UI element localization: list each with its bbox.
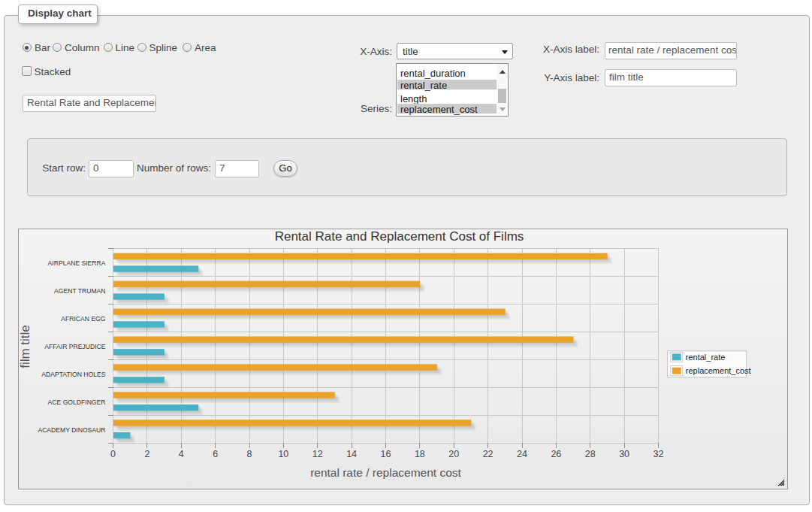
svg-text:22: 22 bbox=[483, 449, 494, 459]
svg-text:8: 8 bbox=[247, 449, 252, 459]
svg-text:rental rate / replacement cost: rental rate / replacement cost bbox=[310, 466, 461, 479]
svg-text:18: 18 bbox=[415, 449, 425, 459]
svg-text:16: 16 bbox=[381, 449, 391, 459]
svg-text:20: 20 bbox=[448, 449, 459, 459]
svg-text:ADAPTATION HOLES: ADAPTATION HOLES bbox=[41, 371, 105, 378]
svg-text:AFFAIR PREJUDICE: AFFAIR PREJUDICE bbox=[44, 343, 105, 350]
svg-text:ACADEMY DINOSAUR: ACADEMY DINOSAUR bbox=[38, 426, 105, 434]
svg-text:AFRICAN EGG: AFRICAN EGG bbox=[61, 315, 106, 323]
svg-text:24: 24 bbox=[517, 449, 527, 459]
svg-text:10: 10 bbox=[278, 449, 288, 459]
svg-text:26: 26 bbox=[551, 449, 561, 459]
svg-text:rental_rate: rental_rate bbox=[686, 353, 726, 362]
svg-text:12: 12 bbox=[312, 449, 323, 459]
svg-text:28: 28 bbox=[585, 449, 596, 459]
svg-text:Rental Rate and Replacement Co: Rental Rate and Replacement Cost of Film… bbox=[275, 229, 524, 244]
svg-text:replacement_cost: replacement_cost bbox=[686, 366, 751, 375]
svg-text:6: 6 bbox=[213, 449, 218, 459]
svg-text:AIRPLANE SIERRA: AIRPLANE SIERRA bbox=[48, 259, 106, 267]
svg-text:32: 32 bbox=[654, 449, 664, 459]
svg-text:4: 4 bbox=[179, 449, 184, 459]
svg-text:2: 2 bbox=[144, 449, 149, 459]
svg-text:film title: film title bbox=[19, 325, 32, 368]
svg-text:AGENT TRUMAN: AGENT TRUMAN bbox=[54, 287, 105, 295]
svg-text:30: 30 bbox=[619, 449, 629, 459]
svg-text:14: 14 bbox=[346, 449, 357, 459]
svg-text:ACE GOLDFINGER: ACE GOLDFINGER bbox=[48, 398, 106, 406]
svg-text:0: 0 bbox=[110, 449, 116, 459]
